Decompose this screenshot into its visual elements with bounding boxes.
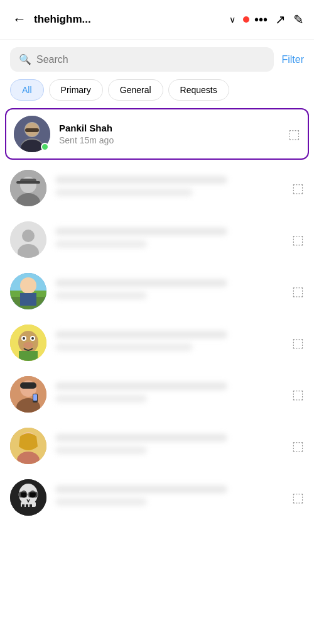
svg-rect-45: [28, 492, 38, 497]
svg-rect-26: [19, 351, 38, 361]
svg-rect-44: [19, 492, 27, 497]
camera-icon[interactable]: ⬚: [292, 284, 304, 299]
edit-button[interactable]: ✎: [293, 12, 304, 27]
header: ← thehighm... ∨ ••• ↗ ✎: [0, 0, 314, 40]
camera-icon[interactable]: ⬚: [292, 232, 304, 247]
tab-all[interactable]: All: [10, 79, 44, 101]
blurred-preview: [55, 498, 147, 506]
blurred-preview: [55, 395, 147, 402]
svg-point-17: [20, 277, 36, 294]
tab-primary[interactable]: Primary: [49, 79, 103, 101]
svg-point-24: [31, 337, 34, 340]
camera-icon[interactable]: ⬚: [292, 490, 304, 505]
camera-icon[interactable]: ⬚: [288, 126, 300, 142]
blurred-name: [55, 486, 227, 493]
contact-name: Pankil Shah: [59, 123, 281, 133]
blurred-name: [55, 434, 227, 441]
message-content: [55, 434, 284, 458]
more-options-button[interactable]: •••: [254, 13, 268, 27]
header-title: thehighm...: [34, 13, 224, 26]
list-item[interactable]: ⬚: [0, 369, 314, 420]
avatar-wrap: [10, 273, 46, 309]
message-preview: Sent 15m ago: [59, 135, 281, 145]
svg-rect-30: [20, 382, 36, 389]
camera-icon[interactable]: ⬚: [292, 387, 304, 402]
message-content: [55, 176, 284, 200]
list-item[interactable]: ⬚: [0, 162, 314, 214]
filter-button[interactable]: Filter: [281, 54, 304, 65]
blurred-name: [55, 279, 227, 287]
list-item[interactable]: ⬚: [0, 472, 314, 523]
blurred-name: [55, 331, 227, 338]
message-content: [55, 279, 284, 303]
back-button[interactable]: ←: [10, 9, 29, 30]
svg-rect-10: [16, 181, 40, 184]
svg-rect-4: [25, 128, 39, 132]
blurred-name: [55, 382, 227, 390]
avatar: [10, 325, 46, 361]
avatar: [10, 479, 46, 516]
blurred-preview: [55, 240, 147, 248]
avatar: [10, 221, 46, 258]
svg-point-12: [22, 230, 35, 242]
message-content: [55, 331, 284, 355]
search-bar[interactable]: 🔍: [10, 47, 274, 72]
svg-point-25: [23, 342, 33, 348]
svg-point-23: [23, 337, 25, 340]
list-item[interactable]: ⬚: [0, 265, 314, 317]
trending-icon[interactable]: ↗: [275, 12, 286, 27]
avatar-wrap: [10, 170, 46, 206]
list-item[interactable]: ⬚: [0, 420, 314, 472]
svg-rect-40: [26, 504, 28, 509]
list-item[interactable]: ⬚: [0, 214, 314, 265]
blurred-preview: [55, 292, 147, 299]
blurred-name: [55, 228, 227, 235]
search-container: 🔍 Filter: [0, 40, 314, 79]
search-input[interactable]: [36, 54, 265, 65]
list-item[interactable]: ⬚: [0, 317, 314, 369]
avatar: [10, 428, 46, 464]
svg-rect-32: [33, 394, 37, 401]
camera-icon[interactable]: ⬚: [292, 180, 304, 196]
blurred-preview: [55, 189, 193, 196]
svg-rect-39: [22, 504, 24, 509]
message-content: Pankil Shah Sent 15m ago: [59, 123, 281, 145]
blurred-name: [55, 176, 227, 184]
avatar: [10, 170, 46, 206]
avatar-wrap: [10, 376, 46, 413]
message-item-pankil-shah[interactable]: Pankil Shah Sent 15m ago ⬚: [5, 108, 309, 160]
tabs: All Primary General Requests: [0, 79, 314, 108]
blurred-preview: [55, 343, 193, 351]
blurred-preview: [55, 447, 147, 454]
search-icon: 🔍: [19, 53, 31, 65]
header-actions: ••• ↗ ✎: [254, 12, 304, 27]
message-content: [55, 228, 284, 252]
avatar-wrap: [10, 428, 46, 464]
avatar-wrap: [10, 221, 46, 258]
message-content: [55, 382, 284, 406]
chevron-down-icon[interactable]: ∨: [229, 14, 236, 25]
avatar: [10, 376, 46, 413]
status-dot: [243, 16, 249, 23]
camera-icon[interactable]: ⬚: [292, 335, 304, 350]
svg-rect-18: [20, 293, 36, 306]
avatar-wrap: [10, 325, 46, 361]
tab-requests[interactable]: Requests: [168, 79, 229, 101]
tab-general[interactable]: General: [108, 79, 163, 101]
avatar-wrap: [10, 479, 46, 516]
avatar: [10, 273, 46, 309]
camera-icon[interactable]: ⬚: [292, 438, 304, 453]
avatar-wrap: [14, 116, 50, 152]
svg-rect-41: [30, 504, 32, 509]
message-list: Pankil Shah Sent 15m ago ⬚ ⬚: [0, 108, 314, 523]
online-status-dot: [41, 143, 49, 151]
message-content: [55, 486, 284, 509]
